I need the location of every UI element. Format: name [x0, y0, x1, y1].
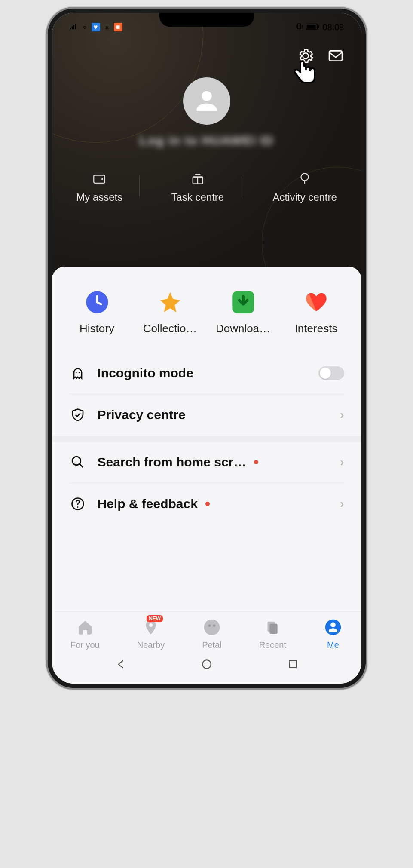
status-right: 08:08	[295, 21, 344, 34]
quick-label: Downloa…	[216, 322, 270, 335]
row-incognito-mode[interactable]: Incognito mode	[69, 353, 344, 394]
settings-group-2: Search from home scr… › Help & feedback …	[52, 442, 361, 524]
avatar[interactable]	[183, 77, 230, 125]
star-icon	[158, 290, 182, 314]
chevron-right-icon: ›	[340, 408, 344, 422]
svg-point-6	[101, 178, 103, 180]
tile-activity-centre[interactable]: Activity centre	[272, 172, 337, 203]
download-icon	[231, 290, 255, 314]
status-time: 08:08	[322, 22, 344, 32]
back-button[interactable]	[115, 659, 126, 672]
hero-section: Log in to HUAWEI ID My assets Task centr…	[52, 13, 361, 275]
person-icon	[324, 618, 343, 637]
recent-apps-button[interactable]	[288, 659, 298, 671]
svg-point-17	[204, 620, 220, 635]
row-label: Search from home scr…	[98, 455, 329, 469]
settings-button[interactable]	[297, 47, 314, 66]
mail-icon	[327, 47, 344, 64]
heart-icon	[304, 290, 328, 314]
svg-rect-24	[289, 661, 296, 668]
display-notch	[159, 13, 254, 27]
battery-icon	[306, 22, 320, 32]
nav-me[interactable]: Me	[324, 618, 343, 650]
mail-button[interactable]	[327, 47, 344, 66]
tile-label: Task centre	[171, 191, 224, 203]
svg-point-19	[213, 625, 216, 627]
tile-my-assets[interactable]: My assets	[76, 172, 122, 203]
settings-group-1: Incognito mode Privacy centre ›	[52, 353, 361, 436]
home-icon	[76, 618, 95, 637]
svg-point-12	[79, 372, 80, 373]
hero-tiles: My assets Task centre Activity centre	[52, 172, 361, 203]
quick-label: Collectio…	[143, 322, 197, 335]
notification-dot	[254, 460, 258, 464]
tile-task-centre[interactable]: Task centre	[171, 172, 224, 203]
app-icon-2: ■	[114, 23, 122, 31]
quick-interests[interactable]: Interests	[288, 290, 344, 335]
signal-icon	[69, 23, 78, 31]
svg-point-13	[72, 457, 81, 465]
stack-icon	[263, 618, 282, 637]
tile-label: Activity centre	[272, 191, 337, 203]
cursor-pointer-overlay	[289, 57, 320, 93]
quick-history[interactable]: History	[69, 290, 125, 335]
download-icon	[103, 23, 111, 31]
wallet-icon	[92, 172, 107, 186]
nav-petal[interactable]: Petal	[202, 618, 222, 650]
shield-icon	[69, 407, 86, 423]
svg-rect-3	[318, 25, 319, 28]
help-icon	[69, 496, 86, 512]
gift-icon	[190, 172, 205, 186]
svg-rect-2	[307, 25, 316, 28]
phone-frame: ♥ ■ 08:08	[48, 9, 366, 688]
nav-recent[interactable]: Recent	[259, 618, 286, 650]
tile-label: My assets	[76, 191, 122, 203]
main-card: History Collectio… Downloa…	[52, 267, 361, 684]
quick-downloads[interactable]: Downloa…	[215, 290, 271, 335]
nav-nearby[interactable]: NEW Nearby	[137, 618, 165, 650]
login-prompt[interactable]: Log in to HUAWEI ID	[139, 133, 273, 148]
quick-label: History	[80, 322, 114, 335]
svg-point-23	[203, 660, 211, 669]
person-icon	[192, 86, 222, 116]
row-search-home[interactable]: Search from home scr… ›	[69, 442, 344, 483]
row-label: Incognito mode	[98, 366, 307, 380]
quick-label: Interests	[295, 322, 338, 335]
row-privacy-centre[interactable]: Privacy centre ›	[69, 394, 344, 436]
section-divider	[52, 436, 361, 442]
row-help-feedback[interactable]: Help & feedback ›	[69, 483, 344, 524]
nav-label: Recent	[259, 640, 286, 650]
nav-label: Nearby	[137, 640, 165, 650]
ghost-icon	[69, 365, 86, 381]
status-left: ♥ ■	[69, 21, 122, 34]
clock-icon	[85, 290, 109, 314]
svg-rect-4	[329, 51, 342, 61]
notification-dot	[205, 502, 210, 506]
nav-label: Petal	[202, 640, 222, 650]
svg-rect-0	[298, 24, 301, 29]
hero-actions	[297, 47, 344, 66]
quick-access-row: History Collectio… Downloa…	[52, 267, 361, 353]
chevron-right-icon: ›	[340, 455, 344, 469]
incognito-toggle[interactable]	[318, 366, 344, 380]
svg-point-16	[149, 623, 153, 627]
vibrate-icon	[295, 22, 303, 32]
android-nav-bar	[52, 653, 361, 684]
screen: ♥ ■ 08:08	[52, 13, 361, 684]
balloon-icon	[297, 172, 312, 186]
nav-for-you[interactable]: For you	[70, 618, 100, 650]
petal-icon	[202, 618, 221, 637]
app-icon-1: ♥	[92, 23, 100, 31]
bottom-nav: For you NEW Nearby Petal Recent Me	[52, 611, 361, 653]
chevron-right-icon: ›	[340, 497, 344, 511]
row-label: Privacy centre	[98, 408, 329, 422]
home-button[interactable]	[201, 659, 212, 672]
quick-collections[interactable]: Collectio…	[142, 290, 198, 335]
new-badge: NEW	[147, 615, 163, 622]
search-icon	[69, 454, 86, 470]
svg-point-11	[75, 372, 76, 373]
row-label: Help & feedback	[98, 497, 329, 511]
svg-point-18	[208, 625, 211, 627]
nav-label: For you	[70, 640, 100, 650]
nav-label: Me	[327, 640, 339, 650]
